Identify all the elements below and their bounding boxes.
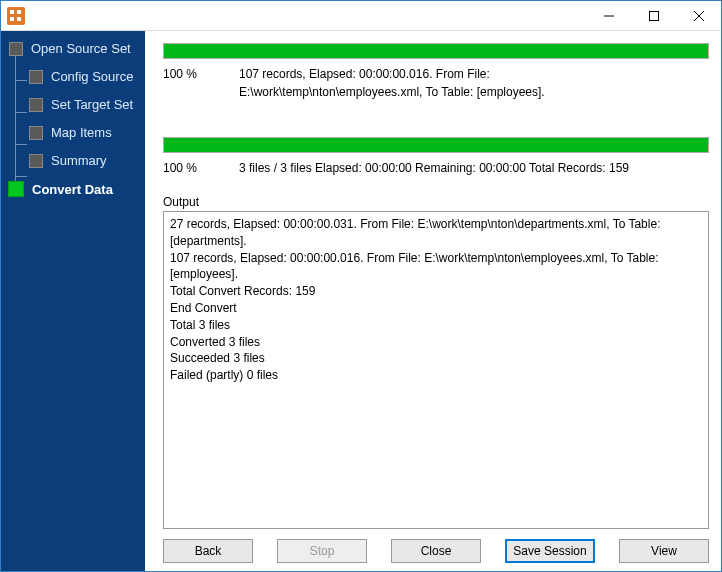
output-line: 27 records, Elapsed: 00:00:00.031. From …	[170, 216, 702, 250]
nav-step-icon	[29, 154, 43, 168]
nav-item-label: Summary	[51, 153, 107, 168]
nav-step-icon	[29, 98, 43, 112]
stop-button: Stop	[277, 539, 367, 563]
output-line: End Convert	[170, 300, 702, 317]
close-dialog-button[interactable]: Close	[391, 539, 481, 563]
back-button[interactable]: Back	[163, 539, 253, 563]
output-textarea[interactable]: 27 records, Elapsed: 00:00:00.031. From …	[163, 211, 709, 529]
nav-step-icon	[8, 181, 24, 197]
nav-item-label: Open Source Set	[31, 41, 131, 56]
nav-item-label: Map Items	[51, 125, 112, 140]
output-line: Failed (partly) 0 files	[170, 367, 702, 384]
maximize-button[interactable]	[631, 1, 676, 31]
output-line: 107 records, Elapsed: 00:00:00.016. From…	[170, 250, 702, 284]
close-button[interactable]	[676, 1, 721, 31]
output-label: Output	[163, 195, 709, 209]
main-panel: 100 % 107 records, Elapsed: 00:00:00.016…	[145, 31, 721, 571]
output-line: Succeeded 3 files	[170, 350, 702, 367]
total-progress-percent: 100 %	[163, 159, 223, 177]
nav-item-summary[interactable]: Summary	[9, 153, 145, 168]
file-progress-bar	[163, 43, 709, 59]
nav-item-label: Convert Data	[32, 182, 113, 197]
total-progress-details: 3 files / 3 files Elapsed: 00:00:00 Rema…	[239, 159, 709, 177]
view-button[interactable]: View	[619, 539, 709, 563]
nav-item-label: Set Target Set	[51, 97, 133, 112]
output-line: Total 3 files	[170, 317, 702, 334]
total-progress-section: 100 % 3 files / 3 files Elapsed: 00:00:0…	[163, 137, 709, 177]
nav-item-set-target-set[interactable]: Set Target Set	[9, 97, 145, 112]
button-row: Back Stop Close Save Session View	[163, 529, 709, 563]
total-progress-bar	[163, 137, 709, 153]
nav-item-map-items[interactable]: Map Items	[9, 125, 145, 140]
nav-item-label: Config Source	[51, 69, 133, 84]
app-icon	[7, 7, 25, 25]
svg-rect-1	[649, 11, 658, 20]
output-line: Converted 3 files	[170, 334, 702, 351]
file-progress-line1: 107 records, Elapsed: 00:00:00.016. From…	[239, 67, 490, 81]
file-progress-line2: E:\work\temp\nton\employees.xml, To Tabl…	[239, 85, 545, 99]
nav-step-icon	[29, 126, 43, 140]
nav-item-open-source-set[interactable]: Open Source Set	[9, 41, 145, 56]
nav-item-config-source[interactable]: Config Source	[9, 69, 145, 84]
nav-step-icon	[29, 70, 43, 84]
file-progress-section: 100 % 107 records, Elapsed: 00:00:00.016…	[163, 43, 709, 101]
save-session-button[interactable]: Save Session	[505, 539, 595, 563]
nav-item-convert-data[interactable]: Convert Data	[9, 181, 145, 197]
minimize-button[interactable]	[586, 1, 631, 31]
nav-step-icon	[9, 42, 23, 56]
file-progress-percent: 100 %	[163, 65, 223, 101]
wizard-sidebar: Open Source SetConfig SourceSet Target S…	[1, 31, 145, 571]
titlebar	[1, 1, 721, 31]
output-line: Total Convert Records: 159	[170, 283, 702, 300]
